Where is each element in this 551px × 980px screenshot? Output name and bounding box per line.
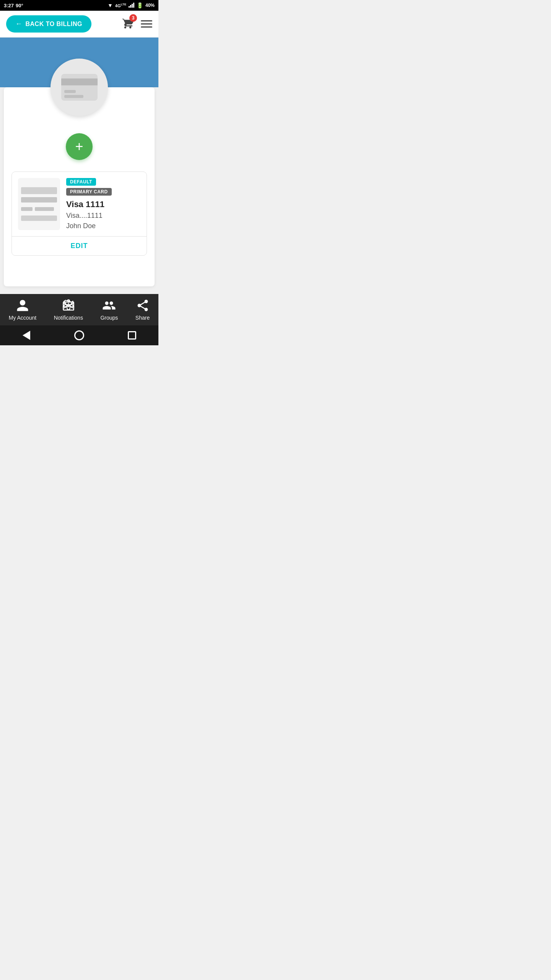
home-system-button[interactable]: [74, 330, 85, 341]
person-icon: [16, 299, 29, 312]
nav-item-notifications[interactable]: Notifications: [54, 299, 83, 321]
card-stripe-top: [21, 187, 57, 194]
card-bottom-bar: [21, 216, 57, 221]
home-circle-icon: [74, 330, 84, 340]
cart-button[interactable]: 3: [122, 17, 134, 31]
svg-rect-3: [64, 95, 83, 98]
notifications-label: Notifications: [54, 315, 83, 321]
card-chip-area: [21, 207, 57, 211]
svg-rect-1: [61, 78, 98, 85]
recents-system-button[interactable]: [127, 330, 137, 341]
card-info: DEFAULT PRIMARY CARD Visa 1111 Visa....1…: [66, 178, 140, 230]
edit-card-button[interactable]: EDIT: [70, 242, 88, 250]
nav-item-my-account[interactable]: My Account: [9, 299, 36, 321]
blue-banner: [0, 38, 158, 87]
signal-icon: [129, 3, 134, 8]
system-nav: [0, 325, 158, 345]
primary-card-badge: PRIMARY CARD: [66, 188, 112, 196]
notification-icon: [62, 299, 75, 312]
battery-icon: 🔋: [137, 2, 143, 8]
card-number: Visa....1111: [66, 212, 140, 220]
card-num-small: [35, 207, 54, 211]
back-system-button[interactable]: [21, 330, 32, 341]
my-account-label: My Account: [9, 315, 36, 321]
groups-label: Groups: [100, 315, 118, 321]
card-name: Visa 1111: [66, 199, 140, 209]
card-visual: [18, 178, 60, 230]
network-type: 4GLTE: [115, 3, 126, 8]
back-triangle-icon: [23, 331, 30, 340]
header-icons: 3: [122, 17, 152, 31]
groups-icon: [102, 299, 116, 312]
nav-item-groups[interactable]: Groups: [100, 299, 118, 321]
card-holder: John Doe: [66, 222, 140, 230]
back-button-label: BACK TO BILLING: [26, 21, 83, 28]
card-chip: [21, 207, 33, 211]
bottom-nav: My Account Notifications Groups Share: [0, 294, 158, 325]
card-badges: DEFAULT PRIMARY CARD: [66, 178, 140, 196]
recents-square-icon: [128, 331, 136, 340]
nav-item-share[interactable]: Share: [135, 299, 150, 321]
status-bar: 3:27 90° ▼ 4GLTE 🔋 40%: [0, 0, 158, 11]
card-details: DEFAULT PRIMARY CARD Visa 1111 Visa....1…: [12, 172, 147, 236]
battery-percent: 40%: [145, 3, 155, 8]
card-stripe-mid: [21, 197, 57, 203]
main-content: + DEFAULT PRIMARY CARD Visa 1111: [4, 87, 155, 286]
back-arrow-icon: ←: [15, 20, 23, 28]
time-display: 3:27: [4, 3, 14, 8]
share-label: Share: [135, 315, 150, 321]
share-icon: [136, 299, 150, 312]
payment-card-item: DEFAULT PRIMARY CARD Visa 1111 Visa....1…: [11, 172, 147, 256]
default-badge: DEFAULT: [66, 178, 96, 186]
menu-button[interactable]: [141, 20, 152, 28]
hamburger-icon: [141, 20, 152, 28]
credit-card-icon: [61, 74, 98, 101]
back-to-billing-button[interactable]: ← BACK TO BILLING: [6, 15, 91, 33]
add-card-button[interactable]: +: [66, 133, 93, 160]
card-icon-circle: [51, 59, 108, 116]
wifi-icon: ▼: [108, 2, 113, 8]
cart-badge: 3: [129, 14, 137, 22]
plus-icon: +: [75, 139, 83, 155]
card-edit-row: EDIT: [12, 236, 147, 255]
svg-rect-2: [64, 90, 76, 93]
temp-display: 90°: [16, 3, 23, 8]
header: ← BACK TO BILLING 3: [0, 11, 158, 38]
